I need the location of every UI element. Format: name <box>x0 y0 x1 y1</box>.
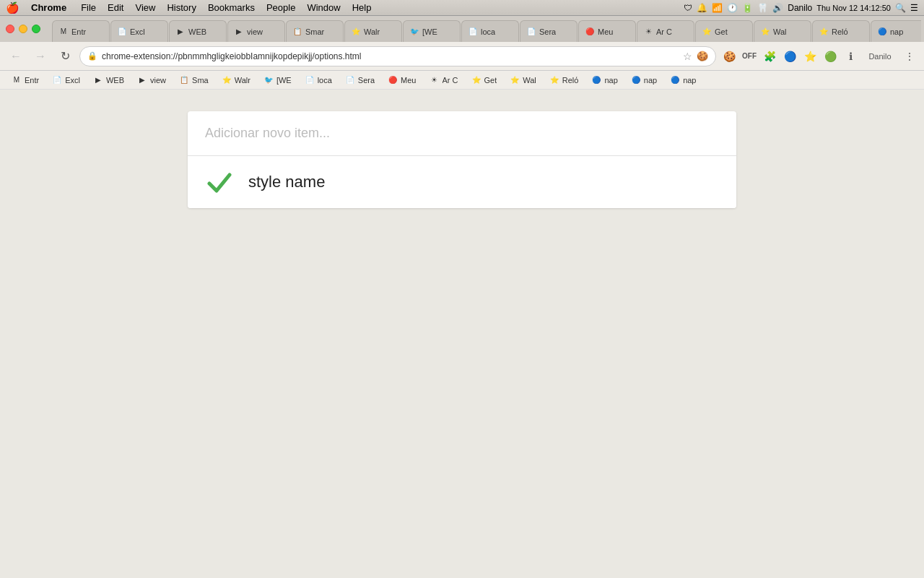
tab-bar: M Entr 📄 Excl ▶ WEB ▶ view 📋 Smar ⭐ Walr… <box>0 16 924 42</box>
wifi-icon[interactable]: 📶 <box>712 3 723 13</box>
bookmark-star-icon[interactable]: ☆ <box>683 51 692 62</box>
menu-help[interactable]: Help <box>346 2 378 13</box>
window-controls <box>6 25 40 33</box>
tab-get[interactable]: ⭐ Get <box>695 20 753 42</box>
menu-bookmarks[interactable]: Bookmarks <box>202 2 261 13</box>
bookmark-gmail[interactable]: M Entr <box>6 72 45 88</box>
extension-puzzle-icon[interactable]: 🧩 <box>761 48 778 65</box>
address-bar[interactable]: 🔒 chrome-extension://pbnmmhgligkeiobbIam… <box>79 46 716 66</box>
tab-smar[interactable]: 📋 Smar <box>286 20 344 42</box>
extension-green-icon[interactable]: 🟢 <box>821 48 839 65</box>
tab-nap1[interactable]: 🔵 nap <box>871 20 921 42</box>
bookmark-wal2[interactable]: ⭐ Wal <box>504 72 542 88</box>
tab-walr[interactable]: ⭐ Walr <box>344 20 402 42</box>
menu-view[interactable]: View <box>129 2 161 13</box>
bookmark-label-nap3: nap <box>683 76 696 85</box>
tab-view[interactable]: ▶ view <box>227 20 285 42</box>
menu-file[interactable]: File <box>75 2 102 13</box>
bookmark-favicon-web: ▶ <box>93 75 103 85</box>
tab-label-wal2: Wal <box>773 27 787 36</box>
tab-gmail[interactable]: M Entr <box>52 20 110 42</box>
bookmark-iweb[interactable]: 🐦 [WE <box>258 72 297 88</box>
chrome-menu-icon[interactable]: ⋮ <box>901 48 918 65</box>
checkmark-icon <box>205 168 234 197</box>
tab-excl[interactable]: 📄 Excl <box>110 20 168 42</box>
bookmark-label-nap1: nap <box>604 76 617 85</box>
tab-web[interactable]: ▶ WEB <box>169 20 227 42</box>
tab-relo[interactable]: ⭐ Relό <box>812 20 870 42</box>
tab-label-nap1: nap <box>890 27 903 36</box>
menu-edit[interactable]: Edit <box>102 2 129 13</box>
bookmark-nap3[interactable]: 🔵 nap <box>664 72 702 88</box>
bookmark-label-loca: loca <box>318 76 332 85</box>
bookmark-web[interactable]: ▶ WEB <box>87 72 130 88</box>
tab-sera[interactable]: 📄 Sera <box>520 20 578 42</box>
bookmark-sera[interactable]: 📄 Sera <box>339 72 380 88</box>
maximize-button[interactable] <box>32 25 40 33</box>
antivirus-icon[interactable]: 🛡 <box>684 3 692 13</box>
cookie-icon[interactable]: 🍪 <box>697 51 708 61</box>
bookmark-excl[interactable]: 📄 Excl <box>46 72 86 88</box>
bookmark-get[interactable]: ⭐ Get <box>466 72 503 88</box>
clock-icon[interactable]: 🕐 <box>727 3 738 13</box>
tab-wal2[interactable]: ⭐ Wal <box>754 20 811 42</box>
tab-favicon-walr: ⭐ <box>351 27 361 37</box>
bookmark-loca[interactable]: 📄 loca <box>299 72 338 88</box>
app-name[interactable]: Chrome <box>25 2 72 13</box>
back-button[interactable]: ← <box>6 46 26 66</box>
tab-meu[interactable]: 🔴 Meu <box>578 20 636 42</box>
menu-window[interactable]: Window <box>301 2 346 13</box>
search-icon[interactable]: 🔍 <box>895 3 906 13</box>
bookmark-view[interactable]: ▶ view <box>131 72 172 88</box>
bookmark-relo[interactable]: ⭐ Relό <box>544 72 585 88</box>
volume-icon[interactable]: 🔊 <box>772 3 783 13</box>
close-button[interactable] <box>6 25 14 33</box>
bookmark-meu[interactable]: 🔴 Meu <box>382 72 422 88</box>
tab-loca[interactable]: 📄 loca <box>461 20 519 42</box>
tab-label-view: view <box>247 27 263 36</box>
menu-history[interactable]: History <box>161 2 201 13</box>
tab-favicon-gmail: M <box>58 27 69 37</box>
tab-label-arc: Ar C <box>656 27 672 36</box>
tab-favicon-relo: ⭐ <box>819 27 829 37</box>
bookmark-nap1[interactable]: 🔵 nap <box>585 72 623 88</box>
profile-button[interactable]: Danilo <box>862 48 898 65</box>
new-item-input[interactable] <box>205 126 719 141</box>
bookmark-nap2[interactable]: 🔵 nap <box>625 72 663 88</box>
forward-button[interactable]: → <box>30 46 51 66</box>
extension-off-icon[interactable]: OFF <box>741 48 758 65</box>
bookmark-walr[interactable]: ⭐ Walr <box>216 72 256 88</box>
extension-blue-icon[interactable]: 🔵 <box>781 48 798 65</box>
extension-info-icon[interactable]: ℹ <box>842 48 859 65</box>
zoom-level: Danilo <box>788 3 812 13</box>
tab-label-loca: loca <box>481 27 495 36</box>
tab-arc[interactable]: ☀ Ar C <box>637 20 694 42</box>
bookmark-favicon-arc: ☀ <box>430 75 440 85</box>
apple-menu[interactable]: 🍎 <box>6 1 19 14</box>
bookmark-label-arc: Ar C <box>443 76 458 85</box>
hamburger-icon[interactable]: ☰ <box>910 3 918 13</box>
bookmark-favicon-relo: ⭐ <box>549 75 559 85</box>
bookmark-arc[interactable]: ☀ Ar C <box>424 72 464 88</box>
tab-label-sera: Sera <box>539 27 556 36</box>
extension-star-icon[interactable]: ⭐ <box>801 48 819 65</box>
battery-menu-icon[interactable]: 🔋 <box>742 3 753 13</box>
url-display: chrome-extension://pbnmmhgligkeiobbIamni… <box>102 51 679 61</box>
menu-people[interactable]: People <box>261 2 301 13</box>
bluetooth-icon[interactable]: 🦷 <box>757 3 768 13</box>
list-item: style name <box>188 156 736 208</box>
bookmark-smar[interactable]: 📋 Sma <box>173 72 214 88</box>
bookmark-label-view: view <box>150 76 166 85</box>
lock-icon: 🔒 <box>87 51 97 61</box>
bookmark-label-wal2: Wal <box>523 76 536 85</box>
tab-iweb[interactable]: 🐦 [WE <box>403 20 461 42</box>
bookmark-favicon-sera: 📄 <box>345 75 355 85</box>
tab-label-relo: Relό <box>832 27 848 36</box>
bookmark-label-get: Get <box>484 76 497 85</box>
menu-bar: 🍎 Chrome File Edit View History Bookmark… <box>0 0 924 16</box>
notification-icon[interactable]: 🔔 <box>697 3 707 13</box>
minimize-button[interactable] <box>19 25 27 33</box>
reload-button[interactable]: ↻ <box>55 46 75 66</box>
tab-favicon-arc: ☀ <box>643 27 653 37</box>
extension-cookie-icon[interactable]: 🍪 <box>720 48 738 65</box>
